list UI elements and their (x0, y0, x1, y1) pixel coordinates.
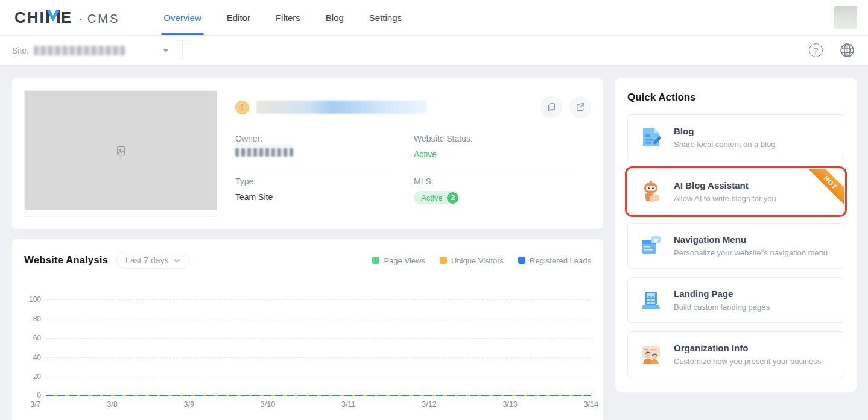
legend-page-views: Page Views (372, 256, 425, 265)
line-chart: 100 80 60 40 20 0 3/7 3/8 3/9 3/10 3/11 … (12, 281, 603, 413)
quick-action-title: Navigation Menu (674, 234, 828, 245)
mls-field: MLS: Active 2 (414, 169, 591, 204)
quick-action-title: Landing Page (674, 289, 770, 299)
quick-action-subtitle: Share local content on a blog (674, 140, 775, 149)
website-analysis-card: Website Analysis Last 7 days Page Views … (12, 239, 603, 420)
x-axis-tick: 3/10 (261, 400, 275, 409)
y-axis-tick: 20 (19, 372, 41, 381)
quick-action-subtitle: Allow AI to write blogs for you (674, 194, 776, 203)
quick-action-organization-info[interactable]: Organization Info Customize how you pres… (627, 331, 844, 377)
type-label: Type: (235, 177, 414, 186)
quick-action-title: AI Blog Assistant (674, 180, 776, 190)
nav-tab-editor[interactable]: Editor (224, 0, 253, 35)
owner-value-redacted (235, 148, 293, 157)
site-url-redacted[interactable] (256, 101, 426, 114)
x-axis-labels: 3/7 3/8 3/9 3/10 3/11 3/12 3/13 3/14 (30, 400, 598, 409)
brand-left: CHI (14, 8, 45, 27)
legend-swatch-orange (440, 257, 447, 264)
site-selector-value-redacted[interactable] (34, 46, 125, 55)
legend-label: Unique Visitors (451, 256, 504, 265)
quick-action-title: Organization Info (674, 343, 821, 353)
quick-action-subtitle: Personalize your website''s navigation m… (674, 248, 828, 257)
nav-tab-settings[interactable]: Settings (367, 0, 404, 35)
divider (182, 41, 183, 60)
main-nav: Overview Editor Filters Blog Settings (151, 0, 414, 35)
globe-icon[interactable] (840, 43, 855, 58)
site-thumbnail (24, 90, 217, 217)
y-axis-tick: 80 (19, 315, 41, 323)
navigation-window-icon (639, 234, 663, 258)
page-content: ! (0, 66, 868, 420)
brand-right: E (61, 8, 72, 27)
mls-label: MLS: (414, 177, 591, 186)
product-name: CMS (87, 12, 119, 26)
gridline (46, 299, 591, 300)
open-site-button[interactable] (569, 96, 591, 118)
quick-action-blog[interactable]: Blog Share local content on a blog (627, 114, 844, 160)
x-axis-tick: 3/9 (184, 400, 194, 409)
legend-swatch-green (372, 257, 379, 264)
nav-tab-blog[interactable]: Blog (323, 0, 346, 35)
legend-registered-leads: Registered Leads (518, 256, 591, 265)
brand-m-checkmark-icon (46, 10, 60, 23)
analysis-title: Website Analysis (24, 254, 108, 266)
help-icon[interactable]: ? (809, 43, 823, 57)
x-axis-tick: 3/12 (422, 400, 436, 409)
quick-action-ai-blog-assistant[interactable]: AI Blog Assistant Allow AI to write blog… (627, 169, 844, 215)
site-selector-label: Site: (12, 46, 29, 55)
website-status-field: Website Status: Active (414, 127, 573, 169)
gridline (46, 338, 591, 339)
hot-ribbon-label: HOT (806, 169, 844, 207)
legend-swatch-blue (518, 257, 525, 264)
quick-action-subtitle: Customize how you present your business (674, 357, 821, 366)
mls-count-badge: 2 (447, 192, 458, 204)
chevron-down-icon (173, 258, 180, 263)
x-axis-tick: 3/7 (30, 400, 40, 409)
y-axis-tick: 0 (19, 391, 41, 400)
gridline (46, 377, 591, 377)
quick-actions-panel: Quick Actions Blog Share local conten (615, 78, 857, 392)
gridline (46, 357, 591, 358)
broken-image-icon (116, 146, 126, 156)
site-selector-bar: Site: ? (0, 36, 868, 66)
type-field: Type: Team Site (235, 169, 414, 204)
quick-action-navigation-menu[interactable]: Navigation Menu Personalize your website… (627, 223, 844, 269)
nav-tab-filters[interactable]: Filters (273, 0, 303, 35)
copy-url-button[interactable] (540, 96, 562, 118)
gridline (46, 319, 591, 319)
nav-tab-overview[interactable]: Overview (161, 0, 204, 35)
chart-legend: Page Views Unique Visitors Registered Le… (372, 256, 591, 265)
quick-action-landing-page[interactable]: Landing Page Build custom landing pages (627, 277, 844, 323)
quick-action-title: Blog (674, 126, 775, 136)
mls-status-text: Active (421, 193, 442, 202)
brand-separator: · (78, 12, 83, 26)
y-axis-tick: 40 (19, 353, 41, 362)
owner-label: Owner: (235, 134, 396, 143)
owner-field: Owner: (235, 127, 396, 169)
warning-icon: ! (235, 101, 249, 114)
y-axis-tick: 100 (19, 295, 41, 304)
x-axis-tick: 3/14 (584, 400, 598, 409)
hot-ribbon: HOT (806, 169, 844, 207)
chevron-down-icon[interactable] (163, 49, 169, 52)
type-value: Team Site (235, 192, 414, 202)
website-status-label: Website Status: (414, 134, 573, 143)
date-range-dropdown[interactable]: Last 7 days (116, 252, 189, 269)
landing-laptop-icon (639, 288, 663, 312)
legend-label: Page Views (384, 256, 425, 265)
user-avatar[interactable] (834, 6, 857, 29)
ai-robot-icon (639, 180, 663, 204)
x-axis-tick: 3/13 (502, 400, 517, 409)
copy-icon (546, 102, 556, 112)
quick-actions-title: Quick Actions (627, 92, 844, 104)
brand-wordmark: CHI E (14, 8, 72, 27)
y-axis-tick: 60 (19, 334, 41, 342)
site-thumbnail-placeholder (25, 91, 217, 210)
mls-status-badge[interactable]: Active 2 (414, 191, 460, 204)
zero-value-series-line (46, 395, 591, 396)
website-status-value: Active (414, 149, 573, 159)
x-axis-tick: 3/11 (341, 400, 355, 409)
legend-unique-visitors: Unique Visitors (440, 256, 504, 265)
date-range-label: Last 7 days (125, 255, 169, 265)
legend-label: Registered Leads (530, 256, 591, 265)
